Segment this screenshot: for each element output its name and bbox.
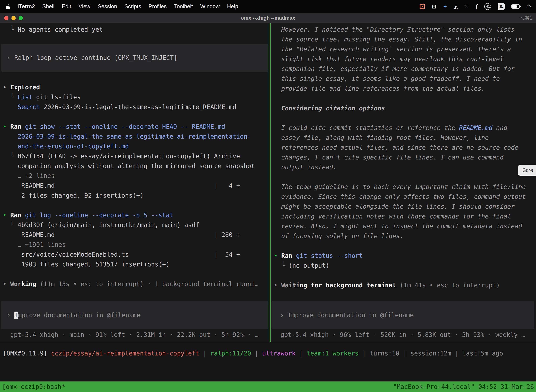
omx-status-line: [OMX#0.11.9] cczip/essay/ai-reimplementa… <box>0 348 536 358</box>
window-title-bar[interactable]: omx --xhigh --madmax ⌥⌘1 <box>0 13 536 23</box>
dots-grid-icon[interactable]: ⁙ <box>465 4 469 10</box>
terminal-line: └ (no output) <box>274 261 536 271</box>
terminal-line: • Ran git status --short <box>274 251 536 261</box>
terminal-line: I could cite commit statistics or refere… <box>274 123 536 133</box>
battery-percent-badge[interactable]: .61 <box>484 3 491 10</box>
screenshot-popover[interactable]: Scre <box>518 165 536 176</box>
minimize-button[interactable] <box>11 16 16 20</box>
menu-bar: iTerm2ShellEditViewSessionScriptsProfile… <box>0 0 536 13</box>
menu-help[interactable]: Help <box>223 3 242 10</box>
right-pane[interactable]: However, I noticed the "Directory Struct… <box>271 23 536 342</box>
terminal-line: evidence. Since this change only affects… <box>274 192 536 202</box>
terminal-line: and-the-erosion-of-copyleft.md <box>3 141 270 151</box>
terminal-line: • Waiting for background terminal (1m 41… <box>274 280 536 290</box>
apple-icon <box>6 4 10 9</box>
terminal-line: companion file, especially if more comme… <box>274 64 536 74</box>
menu-iterm2[interactable]: iTerm2 <box>14 3 38 10</box>
terminal-line: gpt-5.4 xhigh · main · 91% left · 2.31M … <box>10 330 258 340</box>
window-title: omx --xhigh --madmax <box>0 15 536 21</box>
terminal-line: README.md | 4 + <box>3 181 270 191</box>
menu-items: iTerm2ShellEditViewSessionScriptsProfile… <box>14 3 242 10</box>
left-pane[interactable]: └ No agents completed yet › Ralph loop a… <box>0 23 270 342</box>
terminal-line: › Improve documentation in @filename <box>280 310 534 320</box>
terminal-line: essay file, along with finding root file… <box>274 133 536 143</box>
terminal-line: review. Also, I might want to inspect th… <box>274 221 536 231</box>
terminal-line: • Ran git log --oneline --decorate -n 5 … <box>3 210 270 220</box>
terminal-line <box>274 113 536 123</box>
terminal-line: including verification notes with those … <box>274 211 536 221</box>
menu-window[interactable]: Window <box>196 3 223 10</box>
terminal-line: └ 067f154 (HEAD -> essay/ai-reimplementa… <box>3 151 270 161</box>
terminal-line <box>3 201 270 210</box>
traffic-lights <box>0 16 23 20</box>
terminal-line: Search 2026-03-09-is-legal-the-same-as-l… <box>3 102 270 112</box>
command-input-right[interactable]: › Improve documentation in @filename <box>272 301 534 329</box>
menu-shell[interactable]: Shell <box>38 3 58 10</box>
terminal-line: • Ran git show --stat --oneline --decora… <box>3 122 270 131</box>
terminal-line: 1903 files changed, 513517 insertions(+) <box>3 259 270 269</box>
left-transcript: • Explored └ List git ls-files Search 20… <box>3 82 270 289</box>
terminal-line: … +2 lines <box>3 171 270 181</box>
menu-view[interactable]: View <box>75 3 94 10</box>
terminal-line: └ No agents completed yet <box>3 25 270 34</box>
wifi-icon[interactable]: ◠ <box>526 4 531 10</box>
zoom-button[interactable] <box>19 16 23 20</box>
terminal-line: [OMX#0.11.9] cczip/essay/ai-reimplementa… <box>3 348 536 358</box>
menu-toolbelt[interactable]: Toolbelt <box>170 3 196 10</box>
terminal-line: › Ralph loop active continue [OMX_TMUX_I… <box>7 53 266 63</box>
terminal-line: the source tree, missing the essay. Stil… <box>274 34 536 44</box>
terminal-line: └ List git ls-files <box>3 92 270 102</box>
left-scrollback: └ No agents completed yet <box>3 25 270 34</box>
menu-session[interactable]: Session <box>94 3 121 10</box>
ralph-inject-line: › Ralph loop active continue [OMX_TMUX_I… <box>7 53 266 63</box>
apple-menu[interactable] <box>5 4 14 9</box>
terminal-line: └ 4b9d30f (origin/main, instructkr/main,… <box>3 220 270 230</box>
window-tiles-icon[interactable]: ⊞ <box>432 4 436 10</box>
terminal-line: of focusing solely on file lines. <box>274 231 536 241</box>
terminal-line <box>3 112 270 122</box>
tmux-status-bar: [omx-cczip0:bash* "MacBook-Pro-44.local"… <box>0 382 536 392</box>
terminal-line: might be acceptable alongside the file l… <box>274 202 536 211</box>
terminal-line: src/voice/voiceModeEnabled.ts | 54 + <box>3 250 270 259</box>
tmux-panes: └ No agents completed yet › Ralph loop a… <box>0 23 536 342</box>
keyboard-input-icon[interactable]: A <box>498 3 505 10</box>
tmux-host-time: "MacBook-Pro-44.local" 04:52 31-Mar-26 <box>393 383 534 390</box>
command-input-left[interactable]: › Improve documentation in @filename <box>1 301 268 329</box>
terminal-line: this single essay, it seems like a good … <box>274 74 536 84</box>
terminal-line <box>274 93 536 103</box>
terminal-line: … +1901 lines <box>3 240 270 250</box>
right-transcript: However, I noticed the "Directory Struct… <box>274 25 536 290</box>
menu-scripts[interactable]: Scripts <box>121 3 145 10</box>
prism-icon[interactable]: ◭ <box>454 4 458 10</box>
terminal-line: companion analysis without altering the … <box>3 161 270 171</box>
screen-recording-indicator[interactable] <box>420 4 425 9</box>
terminal-line: 2 files changed, 92 insertions(+) <box>3 191 270 201</box>
terminal-line: › Improve documentation in @filename <box>7 310 268 320</box>
battery-icon[interactable] <box>511 5 520 9</box>
terminal-line: However, I noticed the "Directory Struct… <box>274 25 536 34</box>
terminal: └ No agents completed yet › Ralph loop a… <box>0 23 536 392</box>
screen: iTerm2ShellEditViewSessionScriptsProfile… <box>0 0 536 392</box>
terminal-line: • Explored <box>3 82 270 92</box>
terminal-line: provide file and line references from th… <box>274 84 536 93</box>
right-model-status: gpt-5.4 xhigh · 96% left · 520K in · 5.8… <box>281 330 525 340</box>
terminal-line: references need actual files, and since … <box>274 143 536 152</box>
compass-icon[interactable]: ✦ <box>443 4 447 10</box>
terminal-line <box>274 241 536 251</box>
close-button[interactable] <box>4 16 9 20</box>
menu-profiles[interactable]: Profiles <box>145 3 170 10</box>
command-input-right-text: › Improve documentation in @filename <box>280 310 534 320</box>
left-model-status: gpt-5.4 xhigh · main · 91% left · 2.31M … <box>10 330 258 340</box>
terminal-line: slight risk that future readers may over… <box>274 54 536 64</box>
terminal-line: changes, I can't cite specific file line… <box>274 152 536 162</box>
hook-icon[interactable]: ʃ <box>476 4 478 10</box>
menu-status-icons: ⊞✦◭⁙ʃ.61A◠ <box>420 3 531 10</box>
terminal-line: the "Related research writing" section i… <box>274 44 536 54</box>
menu-edit[interactable]: Edit <box>58 3 75 10</box>
terminal-line: Considering citation options <box>274 103 536 113</box>
command-input-left-text: › Improve documentation in @filename <box>7 310 268 320</box>
window-shortcut-badge: ⌥⌘1 <box>519 15 536 21</box>
ralph-inject-box: › Ralph loop active continue [OMX_TMUX_I… <box>1 44 268 72</box>
terminal-line: README.md | 280 + <box>3 230 270 240</box>
tmux-session-label: [omx-cczip0:bash* <box>2 383 65 390</box>
